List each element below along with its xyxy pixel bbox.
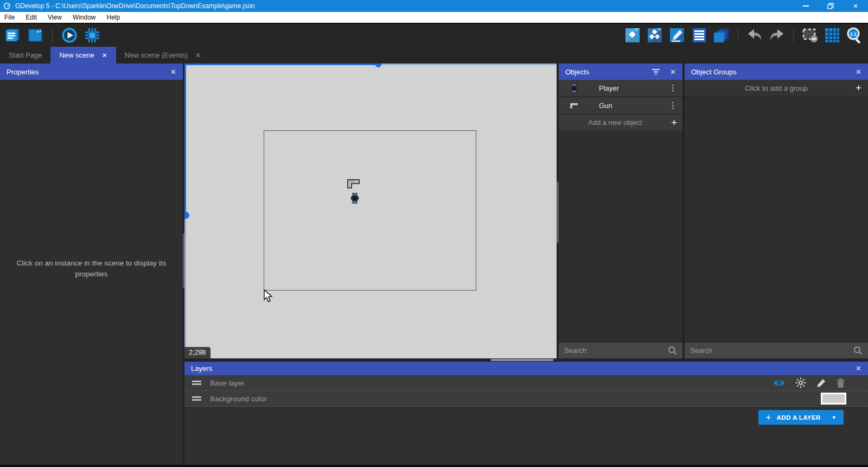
tab-label: New scene	[59, 51, 94, 59]
menu-file[interactable]: File	[0, 12, 20, 23]
properties-editor-button[interactable]	[669, 27, 685, 43]
toolbar-separator	[793, 28, 794, 42]
object-groups-header: Object Groups ✕	[685, 64, 868, 80]
restore-icon	[827, 3, 834, 9]
effects-icon[interactable]	[795, 377, 806, 388]
drag-handle-icon[interactable]	[192, 396, 201, 401]
gun-instance[interactable]	[347, 178, 361, 189]
tab-new-scene[interactable]: New scene ✕	[50, 47, 116, 64]
project-manager-button[interactable]	[4, 27, 21, 43]
layer-name: Background color	[210, 395, 267, 403]
game-window-border-left-light	[184, 215, 186, 358]
filter-icon[interactable]	[652, 68, 660, 75]
start-page-button[interactable]	[27, 27, 43, 43]
play-icon	[61, 26, 78, 45]
start-page-icon	[27, 28, 43, 43]
close-objects-icon[interactable]: ✕	[670, 68, 676, 76]
object-groups-button[interactable]	[647, 27, 663, 43]
add-object-row[interactable]: Add a new object +	[559, 115, 682, 130]
mouse-cursor	[263, 289, 274, 304]
canvas-horizontal-scrollbar[interactable]	[491, 359, 553, 361]
grid-button[interactable]	[824, 27, 840, 43]
drag-handle-icon[interactable]	[192, 381, 201, 385]
objects-header: Objects ✕	[559, 64, 682, 80]
object-menu-icon[interactable]: ⋮	[669, 100, 677, 110]
instances-list-button[interactable]	[691, 27, 707, 43]
properties-pencil-icon	[669, 28, 685, 43]
tabbar: Start Page New scene ✕ New scene (Events…	[0, 47, 868, 64]
menubar: File Edit View Window Help	[0, 12, 868, 23]
menu-help[interactable]: Help	[101, 12, 126, 23]
scene-canvas[interactable]: 2;298	[184, 64, 557, 358]
minimize-icon	[803, 5, 809, 7]
clear-selection-button[interactable]	[802, 27, 818, 43]
close-icon: ✕	[853, 3, 858, 10]
menu-window[interactable]: Window	[67, 12, 101, 23]
close-properties-icon[interactable]: ✕	[170, 68, 176, 76]
tab-label: New scene (Events)	[125, 51, 188, 59]
titlebar: GDevelop 5 - C:\Users\Sparkle\OneDrive\D…	[0, 0, 868, 12]
search-icon	[668, 346, 677, 355]
undo-button[interactable]	[746, 27, 763, 43]
debugger-button[interactable]	[84, 27, 100, 43]
layer-row-base[interactable]: Base layer	[184, 375, 868, 391]
objects-title: Objects	[565, 68, 589, 76]
search-icon	[853, 346, 863, 355]
player-instance[interactable]	[350, 193, 359, 204]
close-window-button[interactable]: ✕	[843, 0, 868, 12]
objects-editor-icon	[625, 28, 640, 43]
properties-panel: Properties ✕ Click on an instance in the…	[0, 64, 183, 465]
objects-panel: Objects ✕ Player ⋮	[559, 64, 682, 358]
delete-layer-trash-icon[interactable]	[836, 378, 845, 388]
menu-view[interactable]: View	[42, 12, 67, 23]
toolbar: 1:1	[0, 23, 868, 47]
minimize-button[interactable]	[793, 0, 818, 12]
zoom-original-button[interactable]: 1:1	[846, 27, 863, 43]
groups-search-input[interactable]	[690, 346, 853, 355]
properties-header: Properties ✕	[0, 64, 183, 80]
debug-chip-icon	[84, 27, 100, 43]
properties-empty-message: Click on an instance in the scene to dis…	[0, 258, 183, 280]
gdevelop-window: GDevelop 5 - C:\Users\Sparkle\OneDrive\D…	[0, 0, 868, 467]
object-row-gun[interactable]: Gun ⋮	[559, 97, 682, 115]
player-object-icon	[571, 84, 578, 93]
gdevelop-logo-icon	[3, 2, 11, 10]
background-color-swatch[interactable]	[821, 393, 846, 405]
tab-close-icon[interactable]: ✕	[102, 52, 107, 59]
redo-button[interactable]	[769, 27, 785, 43]
menu-edit[interactable]: Edit	[20, 12, 42, 23]
layers-icon	[713, 28, 730, 43]
toolbar-separator	[738, 28, 738, 42]
resize-handle-left[interactable]	[184, 212, 189, 219]
object-groups-panel: Object Groups ✕ Click to add a group +	[685, 64, 868, 358]
close-layers-icon[interactable]: ✕	[856, 364, 861, 373]
restore-button[interactable]	[818, 0, 843, 12]
deselect-icon	[802, 28, 818, 43]
object-row-player[interactable]: Player ⋮	[559, 80, 682, 97]
layers-editor-button[interactable]	[713, 27, 730, 43]
visibility-eye-icon[interactable]	[773, 378, 786, 387]
add-layer-button[interactable]: + ADD A LAYER ▼	[758, 410, 844, 425]
preview-button[interactable]	[61, 27, 78, 43]
layers-title: Layers	[191, 364, 212, 373]
toolbar-separator	[52, 28, 53, 42]
redo-arrow-icon	[769, 28, 785, 42]
tab-close-icon[interactable]: ✕	[195, 52, 201, 59]
objects-editor-button[interactable]	[624, 27, 641, 43]
instances-list-icon	[692, 28, 707, 43]
groups-search-row	[685, 343, 868, 358]
tab-new-scene-events[interactable]: New scene (Events) ✕	[116, 47, 209, 64]
layers-header: Layers ✕	[184, 362, 868, 375]
resize-handle-top[interactable]	[375, 64, 381, 67]
svg-text:1:1: 1:1	[850, 31, 857, 37]
add-layer-dropdown-icon[interactable]: ▼	[832, 415, 837, 420]
object-groups-icon	[647, 28, 662, 43]
object-menu-icon[interactable]: ⋮	[669, 83, 677, 93]
close-object-groups-icon[interactable]: ✕	[856, 68, 861, 76]
tab-start-page[interactable]: Start Page	[0, 47, 50, 64]
edit-layer-pencil-icon[interactable]	[816, 378, 826, 388]
grid-icon	[825, 28, 840, 43]
layer-row-background[interactable]: Background color	[184, 391, 868, 407]
objects-search-input[interactable]	[564, 346, 668, 355]
add-group-row[interactable]: Click to add a group +	[685, 80, 868, 97]
